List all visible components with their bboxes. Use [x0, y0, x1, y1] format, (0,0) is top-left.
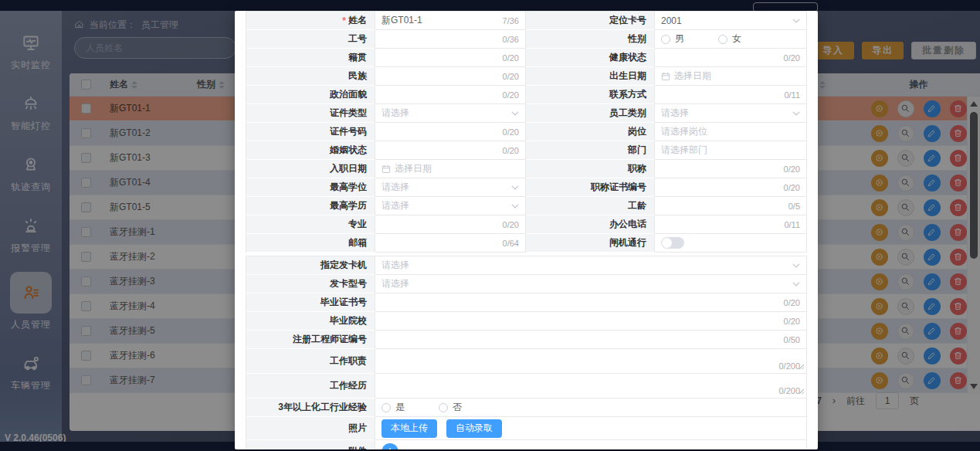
field-text[interactable]: 0/20 — [375, 67, 526, 86]
field-label: 毕业证书号 — [246, 293, 375, 312]
field-text[interactable]: 0/20 — [375, 123, 526, 141]
radio-circle-icon — [661, 35, 670, 44]
field-attach[interactable] — [375, 440, 806, 449]
field-select[interactable]: 请选择 — [375, 256, 806, 275]
local-upload-button[interactable]: 本地上传 — [381, 419, 437, 438]
field-label: 政治面貌 — [246, 86, 375, 104]
date-placeholder: 选择日期 — [395, 162, 432, 175]
radio-circle-icon — [381, 403, 391, 412]
char-counter: 0/36 — [503, 35, 519, 44]
field-label: 定位卡号 — [526, 12, 655, 30]
char-counter: 0/20 — [784, 317, 800, 326]
radio-label: 否 — [453, 401, 462, 414]
field-text[interactable]: 0/11 — [655, 86, 806, 104]
add-attachment-button[interactable] — [381, 443, 398, 450]
field-select[interactable]: 请选择 — [375, 178, 526, 197]
field-textarea[interactable]: 0/200 — [375, 374, 806, 398]
form-row: 注册工程师证编号0/50 — [246, 331, 806, 349]
radio-label: 女 — [732, 32, 741, 46]
field-text[interactable]: 0/50 — [375, 331, 806, 349]
field-label: 婚姻状态 — [246, 141, 375, 160]
select-value: 请选择 — [661, 107, 689, 120]
field-label: 最高学历 — [246, 197, 375, 215]
select-value: 请选择 — [381, 259, 409, 272]
field-select[interactable]: 请选择 — [375, 275, 806, 293]
form-row: 籍贯0/20健康状态0/20 — [246, 49, 806, 67]
radio-option[interactable]: 是 — [381, 401, 405, 414]
field-text[interactable]: 0/64 — [375, 234, 526, 253]
select-value: 请选择 — [381, 107, 409, 120]
field-text[interactable]: 0/20 — [375, 312, 806, 331]
field-select[interactable]: 请选择 — [375, 197, 526, 215]
resize-handle-icon — [798, 386, 805, 397]
field-text[interactable]: 0/11 — [655, 215, 806, 234]
chevron-down-icon — [792, 110, 800, 116]
auto-capture-button[interactable]: 自动录取 — [446, 419, 502, 438]
form-row: 专业0/20办公电话0/11 — [246, 215, 806, 234]
field-label: 3年以上化工行业经验 — [246, 398, 375, 417]
char-counter: 0/20 — [503, 90, 519, 100]
field-text[interactable]: 0/20 — [375, 49, 526, 67]
field-text[interactable]: 请选择岗位 — [655, 123, 806, 141]
chevron-down-icon — [792, 281, 800, 287]
field-toggle[interactable] — [655, 234, 806, 253]
field-select[interactable]: 请选择 — [655, 104, 806, 123]
field-label: *姓名 — [246, 12, 375, 30]
form-row: 邮箱0/64闸机通行 — [246, 234, 806, 253]
field-date[interactable]: 选择日期 — [655, 67, 806, 86]
char-counter: 0/200 — [778, 386, 800, 395]
char-counter: 0/20 — [784, 164, 800, 174]
form-row: 入职日期选择日期职称0/20 — [246, 160, 806, 178]
field-text[interactable]: 0/36 — [375, 30, 526, 49]
char-counter: 0/50 — [784, 335, 800, 344]
field-date[interactable]: 选择日期 — [375, 160, 526, 178]
field-label: 岗位 — [526, 123, 655, 141]
field-label: 职称证书编号 — [526, 178, 655, 197]
calendar-icon — [381, 164, 391, 174]
field-label: 性别 — [526, 30, 655, 49]
char-counter: 0/200 — [778, 361, 800, 371]
field-select[interactable]: 请选择 — [375, 104, 526, 123]
radio-option[interactable]: 男 — [661, 32, 684, 46]
field-text[interactable]: 0/20 — [375, 86, 526, 104]
field-label: 最高学位 — [246, 178, 375, 197]
form-row: 发卡型号请选择 — [246, 275, 806, 293]
field-text[interactable]: 0/20 — [655, 160, 806, 178]
field-text[interactable]: 请选择部门 — [655, 141, 806, 160]
radio-circle-icon — [718, 35, 727, 44]
field-label: 办公电话 — [526, 215, 655, 234]
radio-label: 男 — [675, 32, 684, 46]
field-radio[interactable]: 是否 — [375, 398, 806, 417]
radio-label: 是 — [395, 401, 405, 414]
app-window: 实时监控智能灯控轨迹查询报警管理人员管理车辆管理 V 2.0.46(0506) … — [0, 0, 980, 451]
field-label: 工号 — [246, 30, 375, 49]
field-textarea[interactable]: 0/200 — [375, 349, 806, 374]
chevron-down-icon — [792, 18, 800, 23]
field-select[interactable]: 2001 — [655, 12, 806, 30]
form-row: 照片本地上传自动录取 — [246, 417, 806, 440]
employee-edit-modal: *姓名新GT01-17/36定位卡号2001工号0/36性别男女籍贯0/20健康… — [235, 11, 818, 449]
field-text[interactable]: 0/20 — [655, 178, 806, 197]
form-paired-section: *姓名新GT01-17/36定位卡号2001工号0/36性别男女籍贯0/20健康… — [246, 11, 807, 253]
toggle-switch[interactable] — [661, 237, 684, 249]
field-value: 新GT01-1 — [381, 14, 422, 27]
char-counter: 0/64 — [503, 239, 519, 248]
field-label: 证件号码 — [246, 123, 375, 141]
field-text[interactable]: 新GT01-17/36 — [375, 12, 526, 30]
field-text[interactable]: 0/20 — [375, 215, 526, 234]
char-counter: 0/20 — [503, 72, 519, 81]
field-text[interactable]: 0/20 — [375, 293, 806, 312]
field-text[interactable]: 0/5 — [655, 197, 806, 215]
form-row: 工作职责0/200 — [246, 349, 806, 374]
char-counter: 7/36 — [503, 16, 519, 25]
form-row: 3年以上化工行业经验是否 — [246, 398, 806, 417]
field-text[interactable]: 0/20 — [375, 141, 526, 160]
radio-option[interactable]: 否 — [439, 401, 462, 414]
select-value: 请选择 — [381, 199, 409, 212]
char-counter: 0/11 — [784, 90, 800, 100]
field-radio[interactable]: 男女 — [655, 30, 806, 49]
field-text[interactable]: 0/20 — [655, 49, 806, 67]
radio-option[interactable]: 女 — [718, 32, 741, 46]
field-buttons[interactable]: 本地上传自动录取 — [375, 417, 806, 440]
field-label: 工作职责 — [246, 349, 375, 374]
